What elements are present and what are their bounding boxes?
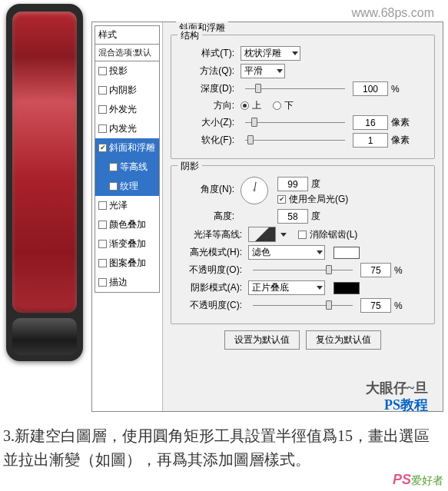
style-texture[interactable]: 纹理 (95, 177, 159, 196)
style-stroke[interactable]: 描边 (95, 273, 159, 292)
unit-label: % (394, 300, 403, 311)
shadow-opacity-slider[interactable] (253, 304, 353, 308)
checkbox[interactable] (98, 144, 107, 152)
combo-value: 滤色 (252, 246, 270, 259)
checkbox[interactable] (98, 278, 107, 287)
style-label: 图案叠加 (109, 257, 146, 270)
depth-input[interactable] (353, 81, 388, 96)
depth-slider[interactable] (245, 87, 345, 91)
soften-input[interactable] (353, 133, 388, 148)
unit-label: 度 (311, 177, 320, 191)
global-light-checkbox[interactable] (277, 195, 286, 204)
checkbox[interactable] (98, 259, 107, 267)
up-label: 上 (252, 99, 261, 112)
style-satin[interactable]: 光泽 (95, 196, 159, 215)
combo-value: 正片叠底 (252, 281, 289, 294)
angle-input[interactable] (277, 177, 308, 191)
style-label: 纹理 (120, 180, 138, 193)
checkbox[interactable] (109, 182, 118, 191)
style-combo[interactable]: 枕状浮雕 (241, 46, 300, 61)
style-outer-glow[interactable]: 外发光 (95, 100, 159, 119)
style-gradient-overlay[interactable]: 渐变叠加 (95, 234, 159, 254)
style-inner-shadow[interactable]: 内阴影 (95, 81, 159, 100)
shadow-mode-combo[interactable]: 正片叠底 (248, 280, 325, 295)
shadow-color-swatch[interactable] (334, 282, 360, 294)
watermark-fans: 爱好者 (411, 474, 443, 486)
depth-label: 深度(D): (181, 82, 237, 95)
direction-down-radio[interactable] (273, 101, 281, 110)
style-label: 样式(T): (181, 47, 237, 60)
style-label: 等高线 (120, 161, 148, 174)
blend-options-default[interactable]: 混合选项:默认 (95, 45, 160, 61)
unit-label: 像素 (391, 116, 410, 129)
soften-slider[interactable] (245, 138, 345, 143)
global-light-label: 使用全局光(G) (289, 193, 348, 206)
highlight-color-swatch[interactable] (334, 247, 360, 259)
style-drop-shadow[interactable]: 投影 (95, 61, 159, 81)
styles-list: 投影 内阴影 外发光 内发光 斜面和浮雕 等高线 纹理 光泽 颜色叠加 渐变叠加… (95, 61, 160, 293)
chevron-down-icon (317, 250, 323, 254)
checkbox[interactable] (98, 105, 107, 114)
angle-label: 角度(N): (181, 183, 237, 196)
reset-default-button[interactable]: 复位为默认值 (306, 330, 381, 350)
tutorial-text: 3.新建空白圖層，使用圓角矩形工具設置半徑值爲15，畫出選區並拉出漸變（如圖），… (3, 424, 440, 472)
source-url: www.68ps.com (351, 6, 434, 20)
unit-label: % (394, 265, 403, 276)
style-label: 光泽 (109, 199, 128, 212)
style-label: 内发光 (109, 122, 137, 135)
size-slider[interactable] (245, 121, 345, 125)
style-inner-glow[interactable]: 内发光 (95, 119, 159, 138)
highlight-opacity-input[interactable] (360, 263, 391, 277)
style-label: 外发光 (109, 103, 137, 116)
structure-title: 结构 (178, 29, 202, 42)
style-label: 渐变叠加 (109, 237, 146, 250)
chevron-down-icon (277, 69, 283, 73)
highlight-opacity-label: 不透明度(O): (181, 264, 245, 277)
down-label: 下 (284, 99, 294, 112)
antialias-label: 消除锯齿(L) (310, 228, 358, 241)
watermark-author: 大眼仔~旦 (366, 379, 428, 397)
style-pattern-overlay[interactable]: 图案叠加 (95, 254, 159, 273)
angle-control[interactable] (241, 177, 268, 204)
shadow-opacity-input[interactable] (360, 298, 391, 313)
unit-label: % (391, 84, 400, 95)
style-color-overlay[interactable]: 颜色叠加 (95, 215, 159, 234)
make-default-button[interactable]: 设置为默认值 (224, 330, 300, 350)
style-contour[interactable]: 等高线 (95, 158, 159, 177)
highlight-opacity-slider[interactable] (253, 268, 353, 273)
contour-picker[interactable] (248, 227, 276, 242)
antialias-checkbox[interactable] (298, 231, 307, 239)
chevron-down-icon[interactable] (280, 233, 287, 237)
style-bevel-emboss[interactable]: 斜面和浮雕 (95, 138, 159, 158)
checkbox[interactable] (98, 67, 107, 75)
checkbox[interactable] (98, 86, 107, 95)
direction-up-radio[interactable] (241, 101, 249, 110)
watermark-tutorial: PS教程 (384, 396, 428, 414)
method-label: 方法(Q): (181, 65, 237, 78)
altitude-input[interactable] (277, 209, 308, 224)
checkbox[interactable] (98, 201, 107, 210)
combo-value: 平滑 (244, 65, 263, 78)
method-combo[interactable]: 平滑 (241, 64, 285, 78)
direction-label: 方向: (181, 99, 237, 112)
styles-header: 样式 (95, 25, 160, 45)
device-bottom (12, 318, 77, 355)
shadow-opacity-label: 不透明度(C): (181, 299, 245, 312)
structure-group: 斜面和浮雕 结构 样式(T):枕状浮雕 方法(Q):平滑 深度(D):% 方向:… (171, 35, 435, 159)
style-label: 颜色叠加 (109, 218, 146, 231)
size-label: 大小(Z): (181, 116, 237, 129)
size-input[interactable] (353, 115, 388, 130)
checkbox[interactable] (98, 240, 107, 248)
button-row: 设置为默认值 复位为默认值 (171, 330, 435, 350)
checkbox[interactable] (109, 163, 118, 171)
checkbox[interactable] (98, 124, 107, 133)
gloss-contour-label: 光泽等高线: (181, 228, 245, 241)
combo-value: 枕状浮雕 (244, 47, 281, 60)
chevron-down-icon (317, 286, 323, 290)
layer-style-dialog: 样式 混合选项:默认 投影 内阴影 外发光 内发光 斜面和浮雕 等高线 纹理 光… (91, 22, 443, 412)
checkbox[interactable] (98, 221, 107, 229)
altitude-label: 高度: (181, 210, 237, 223)
chevron-down-icon (292, 51, 298, 55)
shading-title: 阴影 (178, 160, 202, 173)
highlight-mode-combo[interactable]: 滤色 (248, 245, 325, 260)
